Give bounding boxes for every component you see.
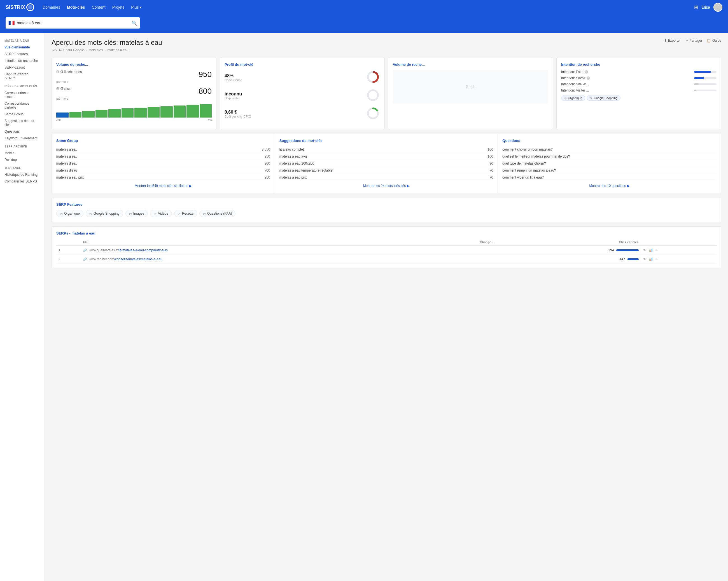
same-group-show-more-link[interactable]: Montrer les 549 mots-clés similaires ▶ (56, 184, 270, 188)
export-button[interactable]: ⬇ Exporter (664, 38, 681, 43)
sidebar-item-exacte[interactable]: Correspondance exacte (0, 89, 45, 100)
suggestion-keyword-2[interactable]: matelas à eau 160x200 (280, 161, 314, 165)
serp-icons-row-1: 👁 📊 → (643, 257, 714, 261)
nav-projets[interactable]: Projets (112, 5, 125, 9)
clicks-bar-0 (616, 249, 639, 251)
eye-icon-1[interactable]: 👁 (643, 257, 647, 261)
bar-0 (56, 112, 69, 117)
eye-icon-0[interactable]: 👁 (643, 248, 647, 252)
suggestion-keyword-4[interactable]: matelas à eau prix (280, 176, 307, 179)
chart-icon-1[interactable]: 📊 (648, 257, 653, 261)
tag-shopping[interactable]: ◎ Google Shopping (587, 95, 621, 101)
nav-domaines[interactable]: Domaines (43, 5, 60, 9)
sidebar-item-suggestions[interactable]: Suggestions de mot-clés (0, 117, 45, 128)
help-icon-0[interactable]: ? (584, 70, 588, 74)
feature-tag-shopping[interactable]: ◎ Google Shopping (86, 210, 123, 217)
breadcrumb-sep2: › (104, 48, 106, 52)
sidebar-item-vue-ensemble[interactable]: Vue d'ensemble (0, 44, 45, 51)
same-group-keyword-4[interactable]: matelas a eau prix (56, 176, 84, 179)
questions-row-1: quel est le meilleur matelas pour mal de… (502, 153, 717, 160)
question-2[interactable]: quel type de matelas choisir? (502, 161, 546, 165)
sidebar-item-desktop[interactable]: Desktop (0, 156, 45, 163)
questions-show-more-link[interactable]: Montrer les 10 questions ▶ (502, 184, 717, 188)
serp-path-0[interactable]: /lit-matelas-a-eau-comparatif-avis (118, 248, 168, 252)
suggestions-row-4: matelas à eau prix 70 (280, 174, 493, 181)
suggestion-value-4: 70 (489, 176, 493, 179)
dispositifs-gauge (366, 88, 380, 103)
avatar[interactable]: E (713, 3, 722, 12)
intention-tags: ◎ Organique ◎ Google Shopping (561, 95, 717, 101)
questions-chevron-icon: ▶ (627, 184, 630, 188)
feature-tag-recette[interactable]: ◎ Recette (174, 210, 197, 217)
question-4[interactable]: comment vider un lit à eau? (502, 176, 544, 179)
bar-2 (82, 111, 95, 117)
question-0[interactable]: comment choisir un bon matelas? (502, 148, 552, 151)
question-3[interactable]: comment remplir un matelas à eau? (502, 168, 556, 173)
chart-labels: Jan Déc (56, 118, 212, 122)
cards-row: Volume de reche... Ø Ø Recherches 950 pa… (52, 58, 721, 129)
serp-path-1[interactable]: /conseils/matelas/matelas-a-eau (114, 257, 162, 261)
sidebar-item-partielle[interactable]: Correspondance partielle (0, 100, 45, 111)
serp-table-row-0: 1 🔗 www.quelmatelas.fr/lit-matelas-a-eau… (56, 246, 717, 255)
same-group-keyword-1[interactable]: matelas à eau (56, 155, 77, 158)
serp-domain-1: www.tediber.com (89, 257, 114, 261)
sidebar-item-serp-features[interactable]: SERP Features (0, 51, 45, 57)
nav-plus[interactable]: Plus ▾ (131, 5, 142, 9)
guide-button[interactable]: 📋 Guide (707, 38, 721, 43)
breadcrumb-sistrix[interactable]: SISTRIX pour Google (52, 48, 84, 52)
feature-tag-images[interactable]: ◎ Images (125, 210, 148, 217)
intention-row-0: Intention: Faire ? (561, 70, 717, 74)
arrow-icon-1[interactable]: → (655, 257, 658, 261)
intention-bar-container-3 (694, 89, 717, 91)
questions-title: Questions (502, 138, 717, 143)
breadcrumb-mots-cles[interactable]: Mots-clés (88, 48, 103, 52)
sidebar-item-capture[interactable]: Capture d'écran SERPs (0, 71, 45, 81)
searches-label: Ø Ø Recherches (56, 70, 82, 74)
questions-show-more-text: Montrer les 10 questions (589, 184, 626, 188)
suggestion-keyword-0[interactable]: lit à eau complet (280, 148, 304, 151)
tag-organique[interactable]: ◎ Organique (561, 95, 585, 101)
same-group-row-1: matelas à eau 950 (56, 153, 270, 160)
suggestion-keyword-1[interactable]: matelas à eau avis (280, 155, 307, 158)
searches-value: 950 (199, 70, 212, 79)
chart-icon-0[interactable]: 📊 (648, 248, 653, 252)
sidebar-item-serp-layout[interactable]: SERP-Layout (0, 64, 45, 71)
intention-text-1: Intention: Savoir (561, 76, 586, 80)
sidebar-item-keyword-env[interactable]: Keyword Environment (0, 135, 45, 141)
searches-metric-row: Ø Ø Recherches 950 (56, 70, 212, 79)
serp-table-row-1: 2 🔗 www.tediber.com/conseils/matelas/mat… (56, 255, 717, 264)
same-group-keyword-3[interactable]: matelas d'eau (56, 168, 77, 173)
search-input[interactable] (17, 21, 132, 25)
page-title: Aperçu des mots-clés: matelas à eau (52, 38, 162, 47)
nav-content[interactable]: Content (92, 5, 106, 9)
feature-tag-icon-shopping: ◎ (89, 212, 92, 215)
grid-icon[interactable]: ⊞ (694, 4, 698, 10)
question-1[interactable]: quel est le meilleur matelas pour mal de… (502, 155, 570, 158)
sidebar-item-comparer[interactable]: Comparer les SERPS (0, 178, 45, 185)
feature-tag-organique[interactable]: ◎ Organique (56, 210, 83, 217)
share-button[interactable]: ↗ Partager (685, 38, 702, 43)
feature-tag-videos[interactable]: ◎ Vidéos (150, 210, 172, 217)
suggestions-chevron-icon: ▶ (407, 184, 409, 188)
same-group-keyword-0[interactable]: matelas a eau (56, 148, 77, 151)
logo[interactable]: SISTRIX (6, 3, 34, 11)
feature-tag-questions[interactable]: ◎ Questions (PAA) (199, 210, 235, 217)
search-icon[interactable]: 🔍 (132, 21, 137, 26)
sidebar-item-same-group[interactable]: Same Group (0, 111, 45, 117)
sidebar-item-intention[interactable]: Intention de recherche (0, 57, 45, 64)
serp-icons-row-0: 👁 📊 → (643, 248, 714, 252)
serp-features-card: SERP Features ◎ Organique ◎ Google Shopp… (52, 197, 721, 222)
same-group-keyword-2[interactable]: matelas d eau (56, 161, 77, 165)
feature-tag-label-shopping: Google Shopping (94, 212, 120, 215)
arrow-icon-0[interactable]: → (655, 248, 658, 252)
nav-mots-cles[interactable]: Mots-clés (67, 5, 85, 9)
help-icon-1[interactable]: ? (587, 76, 590, 80)
volume-graph-card: Volume de reche... Graph (388, 58, 553, 129)
sidebar-item-questions[interactable]: Questions (0, 128, 45, 135)
sidebar-item-historique[interactable]: Historique de Ranking (0, 171, 45, 178)
suggestions-show-more-link[interactable]: Montrer les 24 mots-clés liés ▶ (280, 184, 493, 188)
sidebar-item-mobile[interactable]: Mobile (0, 150, 45, 156)
col-change: Change... (425, 239, 496, 246)
suggestion-keyword-3[interactable]: matelas à eau température réglable (280, 168, 332, 173)
nav-right: ⊞ Elisa E (694, 3, 722, 12)
